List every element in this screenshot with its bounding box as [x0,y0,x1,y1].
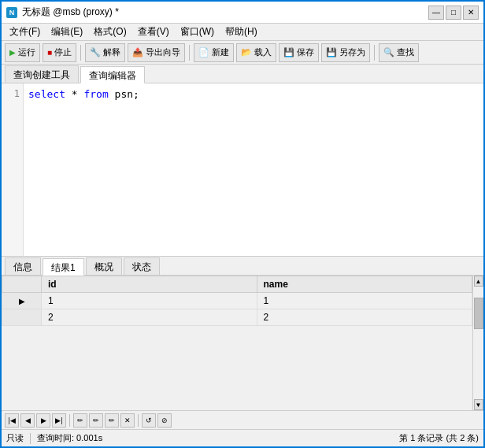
export-button[interactable]: 📤 导出向导 [128,43,185,62]
page-next-button[interactable]: ▶ [36,413,50,428]
new-icon: 📄 [198,47,209,57]
row-indicator-1: ▶ [2,293,42,309]
results-wrapper: id name ▶ 1 1 [2,276,483,429]
row-indicator-2 [2,309,42,326]
table-inner: id name ▶ 1 1 [2,276,472,410]
toolbar: ▶ 运行 ■ 停止 🔧 解释 📤 导出向导 📄 新建 📂 载入 💾 保存 [2,41,483,65]
editor-area: 1 select * from psn; [2,83,483,257]
load-icon: 📂 [241,47,252,57]
line-number-1: 1 [5,87,20,102]
run-label: 运行 [18,46,35,58]
stop-label: 停止 [54,46,72,58]
explain-label: 解释 [103,46,120,58]
status-readonly: 只读 [6,432,24,444]
vertical-scrollbar[interactable]: ▲ ▼ [472,276,483,410]
page-prev-button[interactable]: ◀ [20,413,35,428]
save-as-label: 另存为 [339,46,365,58]
bottom-tab-bar: 信息 结果1 概况 状态 [2,257,483,276]
window-controls: — □ ✕ [428,6,479,20]
col-name-header[interactable]: name [257,276,472,293]
minimize-button[interactable]: — [428,6,444,20]
row-arrow-icon: ▶ [19,297,25,305]
explain-icon: 🔧 [90,47,101,57]
stop-button[interactable]: ■ 停止 [43,43,76,62]
page-first-button[interactable]: |◀ [5,413,19,428]
find-label: 查找 [397,46,414,58]
new-button[interactable]: 📄 新建 [194,43,234,62]
save-as-icon: 💾 [326,47,337,57]
title-bar-left: N 无标题 @msb (proxy) * [6,6,119,19]
window-title: 无标题 @msb (proxy) * [22,6,119,19]
status-records: 第 1 条记录 (共 2 条) [399,432,479,444]
find-icon: 🔍 [383,47,394,57]
scroll-down-button[interactable]: ▼ [474,399,483,410]
cell-name-2: 2 [257,309,472,326]
cell-id-2: 2 [42,309,257,326]
tab-query-builder[interactable]: 查询创建工具 [5,65,79,83]
close-button[interactable]: ✕ [463,6,479,20]
page-edit-2[interactable]: ✏ [89,413,103,428]
result-table: id name ▶ 1 1 [2,276,472,326]
line-numbers: 1 [2,83,24,256]
page-refresh-button[interactable]: ↺ [142,413,156,428]
table-row: ▶ 1 1 [2,293,472,309]
menu-edit[interactable]: 编辑(E) [46,24,87,40]
page-edit-1[interactable]: ✏ [73,413,87,428]
menu-format[interactable]: 格式(O) [89,24,131,40]
load-button[interactable]: 📂 载入 [236,43,276,62]
scroll-up-button[interactable]: ▲ [474,276,483,287]
page-sep-2 [138,414,139,427]
col-indicator-header [2,276,42,293]
new-label: 新建 [212,46,229,58]
run-button[interactable]: ▶ 运行 [5,43,40,62]
cell-name-1: 1 [257,293,472,309]
page-delete-button[interactable]: ✕ [120,413,135,428]
export-icon: 📤 [132,47,143,57]
load-label: 载入 [254,46,272,58]
toolbar-sep-3 [374,45,375,61]
stop-icon: ■ [47,48,52,57]
save-button[interactable]: 💾 保存 [279,43,319,62]
col-id-header[interactable]: id [42,276,257,293]
cell-id-1: 1 [42,293,257,309]
menu-window[interactable]: 窗口(W) [176,24,219,40]
pagination-bar: |◀ ◀ ▶ ▶| ✏ ✏ ✏ ✕ ↺ ⊘ [2,410,483,429]
save-as-button[interactable]: 💾 另存为 [321,43,370,62]
tab-query-editor[interactable]: 查询编辑器 [80,66,145,83]
editor-content[interactable]: select * from psn; [24,83,483,256]
toolbar-sep-2 [189,45,190,61]
menu-file[interactable]: 文件(F) [5,24,45,40]
main-window: N 无标题 @msb (proxy) * — □ ✕ 文件(F) 编辑(E) 格… [0,0,485,448]
menu-bar: 文件(F) 编辑(E) 格式(O) 查看(V) 窗口(W) 帮助(H) [2,24,483,41]
find-button[interactable]: 🔍 查找 [379,43,419,62]
status-left: 只读 查询时间: 0.001s [6,432,102,444]
table-row: 2 2 [2,309,472,326]
tab-results1[interactable]: 结果1 [43,258,84,276]
page-clear-button[interactable]: ⊘ [157,413,172,428]
page-sep-1 [69,414,70,427]
toolbar-sep-1 [80,45,81,61]
status-query-time: 查询时间: 0.001s [37,432,102,444]
page-edit-3[interactable]: ✏ [105,413,119,428]
title-bar: N 无标题 @msb (proxy) * — □ ✕ [2,2,483,24]
scroll-thumb[interactable] [474,298,483,329]
tab-overview[interactable]: 概况 [86,257,122,275]
menu-help[interactable]: 帮助(H) [220,24,262,40]
page-last-button[interactable]: ▶| [52,413,66,428]
export-label: 导出向导 [146,46,180,58]
query-tab-bar: 查询创建工具 查询编辑器 [2,65,483,83]
tab-info[interactable]: 信息 [5,257,41,275]
status-bar: 只读 查询时间: 0.001s 第 1 条记录 (共 2 条) [2,429,483,446]
status-right: 第 1 条记录 (共 2 条) [399,432,479,444]
save-icon: 💾 [283,47,294,57]
maximize-button[interactable]: □ [446,6,461,20]
run-icon: ▶ [9,48,16,57]
menu-view[interactable]: 查看(V) [133,24,174,40]
status-divider-1 [30,433,31,444]
table-scroll-area: id name ▶ 1 1 [2,276,483,410]
explain-button[interactable]: 🔧 解释 [85,43,125,62]
app-icon: N [6,7,17,18]
tab-status[interactable]: 状态 [124,257,160,275]
save-label: 保存 [297,46,314,58]
